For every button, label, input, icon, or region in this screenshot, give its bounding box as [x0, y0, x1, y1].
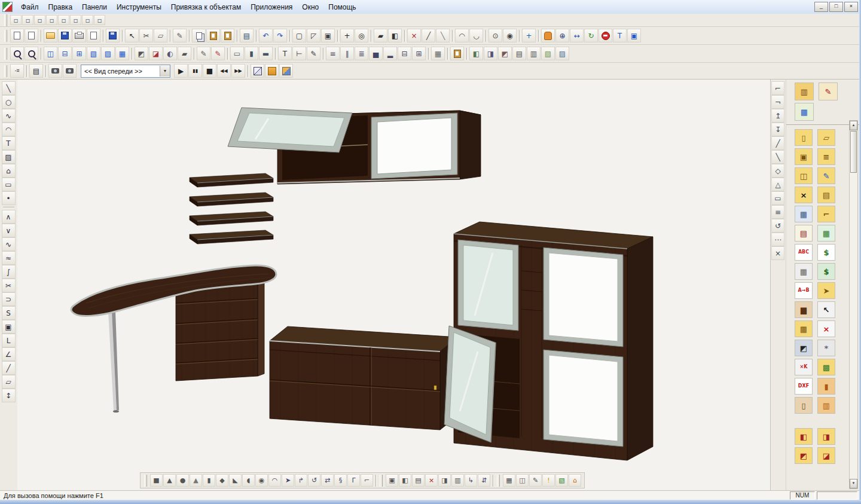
- stop-play-button[interactable]: ■: [203, 64, 216, 78]
- triangle-button[interactable]: △: [771, 178, 784, 191]
- play-button[interactable]: ▶: [174, 64, 188, 78]
- draw-brush-button[interactable]: ✎: [211, 47, 225, 60]
- scroll-down-button[interactable]: ▼: [850, 479, 857, 488]
- bracket-op-button[interactable]: ⌐: [361, 474, 373, 487]
- clipboard2-button[interactable]: [450, 47, 464, 60]
- panel-delete-button[interactable]: ×: [425, 474, 438, 487]
- view-front-button[interactable]: ◫: [44, 47, 57, 60]
- table-gray-button[interactable]: ▦: [795, 263, 813, 280]
- layer-button-1[interactable]: ◧: [469, 47, 483, 60]
- container-button[interactable]: ▮: [817, 378, 835, 395]
- shaded-view-button[interactable]: [265, 64, 279, 78]
- trim-tool-button[interactable]: ✂: [2, 279, 16, 292]
- view-persp-button[interactable]: ▨: [101, 47, 115, 60]
- panel-edit-button-1[interactable]: ▣: [386, 474, 398, 487]
- extend-button[interactable]: ╲: [436, 29, 450, 42]
- refresh-button[interactable]: ↻: [584, 29, 598, 42]
- print-button[interactable]: [72, 29, 86, 42]
- zoom-in-button[interactable]: [10, 47, 24, 60]
- furniture-model[interactable]: [17, 80, 770, 490]
- shape-box-button[interactable]: ■: [150, 474, 163, 487]
- panel-move-button[interactable]: ↳: [465, 474, 477, 487]
- object-button-2[interactable]: ▮: [245, 47, 258, 60]
- select-button[interactable]: ↖: [125, 29, 139, 42]
- slope-button[interactable]: ╱: [771, 136, 784, 150]
- group-button[interactable]: ⊞: [412, 47, 426, 60]
- edit-object-button[interactable]: ✎: [819, 83, 838, 100]
- doc-mark-button[interactable]: ▤: [795, 225, 813, 242]
- menu-tools[interactable]: Инструменты: [112, 1, 166, 13]
- corner-tool-button[interactable]: L: [2, 334, 16, 347]
- mdi-panel-button-3[interactable]: ▫: [34, 15, 45, 25]
- slant-tool-button[interactable]: ╱: [2, 361, 16, 375]
- maximize-button[interactable]: □: [829, 2, 843, 12]
- dim-down-button[interactable]: ↧: [771, 123, 784, 136]
- layout-h-button[interactable]: ◧: [795, 428, 813, 445]
- chamfer-tool-button[interactable]: ∨: [2, 224, 16, 237]
- symbol-tool-button[interactable]: S: [2, 306, 16, 320]
- para-tool-button[interactable]: ▱: [2, 375, 16, 389]
- panel-add-button[interactable]: ▯: [795, 129, 813, 146]
- shape-sphere-button[interactable]: ●: [176, 474, 189, 487]
- layer-button-3[interactable]: ◩: [498, 47, 512, 60]
- dimension-button[interactable]: ⊢: [292, 47, 306, 60]
- delete-element-button[interactable]: ×: [407, 29, 421, 42]
- pencil-button[interactable]: ✎: [173, 29, 187, 42]
- wall-cabinet-3d[interactable]: [228, 108, 481, 184]
- cabinet-button[interactable]: ▯: [795, 397, 813, 414]
- materials-palette-button[interactable]: ▦: [795, 103, 814, 121]
- fit-corner2-button[interactable]: ¬: [771, 95, 784, 109]
- paste-button[interactable]: [206, 29, 220, 42]
- dark-tool-button[interactable]: ◩: [795, 340, 813, 356]
- drawing-canvas[interactable]: ■▲●▲▮◆◣◖◉◠➤↱↺⇄§Γ⌐▣◧▤×◨▥↳⇵▦◫✎!▧⌂: [17, 80, 770, 490]
- select-all-button[interactable]: ▣: [321, 29, 335, 42]
- panel-copy-button[interactable]: ▣: [795, 148, 813, 165]
- close-button[interactable]: ×: [844, 2, 858, 12]
- copy-button[interactable]: [192, 29, 206, 42]
- menu-applications[interactable]: Приложения: [246, 1, 297, 13]
- export-box-button[interactable]: ➤: [817, 282, 835, 299]
- pause-button[interactable]: ▮▮: [188, 64, 202, 78]
- fitting-button-2[interactable]: ◫: [516, 474, 529, 487]
- shape-arc-button[interactable]: ◠: [268, 474, 281, 487]
- order-button[interactable]: ⊟: [398, 47, 411, 60]
- add-button[interactable]: +: [522, 29, 536, 42]
- mdi-panel-button-6[interactable]: ▫: [70, 15, 81, 25]
- mode-button-4[interactable]: ▰: [178, 47, 191, 60]
- mdi-panel-button-2[interactable]: ▫: [22, 15, 33, 25]
- curve-tool-button[interactable]: ∿: [2, 109, 16, 123]
- snap-button[interactable]: +: [340, 29, 354, 42]
- select-window-button[interactable]: ▢: [292, 29, 306, 42]
- print-preview-button[interactable]: [87, 29, 100, 42]
- cut-tools-button[interactable]: ×: [795, 187, 813, 203]
- green-box-button[interactable]: ▩: [817, 359, 835, 375]
- cut-button[interactable]: ✂: [139, 29, 153, 42]
- mode-button-3[interactable]: ◐: [163, 47, 177, 60]
- undo-small-button[interactable]: ↺: [771, 219, 784, 233]
- mode-button-2[interactable]: ◪: [149, 47, 163, 60]
- layer-button-5[interactable]: ▥: [527, 47, 541, 60]
- shape-cylinder-button[interactable]: ▮: [203, 474, 215, 487]
- camera-add-button[interactable]: [63, 64, 77, 78]
- open-button[interactable]: [44, 29, 57, 42]
- desk-3d[interactable]: [71, 265, 276, 413]
- draw-pencil-button[interactable]: ✎: [197, 47, 210, 60]
- angle-tool-button[interactable]: ∠: [2, 347, 16, 361]
- shape-ring-button[interactable]: ◉: [255, 474, 268, 487]
- line-tool-button[interactable]: ╲: [2, 81, 16, 95]
- scroll-thumb[interactable]: [850, 131, 857, 173]
- node-button[interactable]: ◇: [771, 164, 784, 178]
- render-button[interactable]: ▣: [627, 29, 641, 42]
- dxf-export-button[interactable]: DXF: [795, 378, 813, 395]
- align-left-button[interactable]: ≡: [326, 47, 340, 60]
- layout-v2-button[interactable]: ◪: [817, 447, 835, 464]
- panel-swap-button[interactable]: ⇵: [478, 474, 490, 487]
- panel-group-button[interactable]: ▤: [817, 187, 835, 203]
- prev-frame-button[interactable]: ◀◀: [217, 64, 231, 78]
- stack-button[interactable]: ▅: [369, 47, 383, 60]
- region-button[interactable]: ◧: [388, 29, 402, 42]
- panel-join-button[interactable]: ◫: [795, 167, 813, 184]
- model-structure-button[interactable]: ▤: [29, 64, 43, 78]
- price-doc-button[interactable]: $: [817, 244, 835, 261]
- redo-button[interactable]: ↷: [273, 29, 287, 42]
